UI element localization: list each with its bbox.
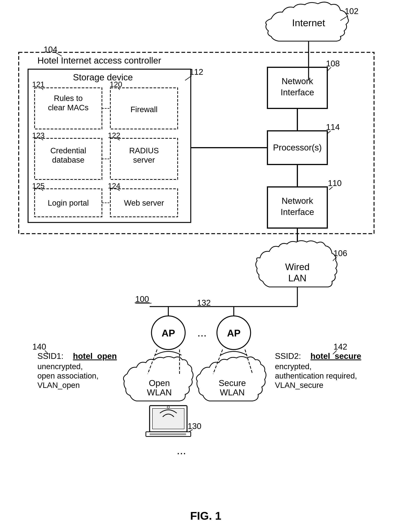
ssid1-desc1: unencrypted, [38, 362, 83, 371]
ref-112: 112 [190, 67, 203, 76]
ellipsis-clients: ... [177, 444, 186, 457]
svg-rect-38 [150, 433, 186, 435]
ssid1-desc3: VLAN_open [38, 381, 80, 390]
rules-clear-macs-line2: clear MACs [48, 103, 88, 112]
ap2-label: AP [227, 328, 240, 339]
secure-wlan-line2: WLAN [220, 388, 245, 397]
ref-132: 132 [197, 298, 211, 307]
ssid2-prefix: SSID2: [275, 352, 301, 361]
network-interface-top-line2: Interface [281, 87, 314, 97]
processors-label: Processor(s) [273, 143, 322, 152]
ref-120: 120 [110, 80, 122, 88]
ref-123: 123 [32, 131, 45, 139]
storage-device-label: Storage device [73, 72, 133, 82]
network-interface-top-line1: Network [282, 76, 313, 86]
open-wlan-line1: Open [149, 378, 170, 388]
radius-server-line2: server [133, 155, 155, 164]
network-interface-bottom-line1: Network [282, 196, 313, 206]
firewall-label: Firewall [131, 105, 158, 114]
ref-125: 125 [32, 182, 45, 190]
svg-rect-35 [153, 408, 184, 429]
ref-106: 106 [334, 249, 347, 258]
fig-caption: FIG. 1 [190, 510, 221, 522]
ref-124: 124 [108, 182, 120, 190]
ssid2-desc1: encrypted, [275, 362, 312, 371]
ref-108: 108 [326, 59, 340, 68]
diagram: Internet 102 Hotel Internet access contr… [0, 0, 412, 532]
ref-110: 110 [328, 179, 342, 188]
secure-wlan-line1: Secure [219, 378, 246, 388]
ssid1-value: hotel_open [73, 352, 117, 361]
ssid2-desc2: authentication required, [275, 371, 357, 380]
ref-140: 140 [32, 342, 46, 351]
ellipsis-aps: ... [197, 326, 207, 339]
ref-142: 142 [334, 342, 347, 351]
ssid2-desc3: VLAN_secure [275, 381, 323, 390]
ref-102: 102 [345, 7, 358, 16]
credential-db-line1: Credential [50, 146, 86, 155]
ref-100: 100 [135, 294, 149, 304]
wired-lan-line2: LAN [288, 273, 306, 283]
svg-rect-0 [0, 0, 412, 532]
ref-130: 130 [188, 421, 201, 431]
ap1-label: AP [162, 328, 175, 339]
internet-label: Internet [292, 17, 325, 28]
ref-122: 122 [108, 131, 120, 139]
rules-clear-macs-line1: Rules to [54, 94, 83, 103]
svg-point-36 [167, 406, 169, 408]
login-portal-label: Login portal [48, 199, 89, 207]
credential-db-line2: database [52, 155, 85, 164]
open-wlan-line2: WLAN [147, 388, 172, 397]
ref-121: 121 [32, 80, 45, 88]
ssid1-prefix: SSID1: [38, 352, 63, 361]
ref-114: 114 [326, 123, 340, 132]
network-interface-bottom-line2: Interface [281, 207, 314, 217]
radius-server-line1: RADIUS [129, 146, 159, 155]
ssid1-desc2: open association, [38, 371, 99, 380]
laptop [146, 406, 191, 437]
web-server-label: Web server [124, 199, 164, 207]
ssid2-value: hotel_secure [310, 352, 361, 361]
wired-lan-line1: Wired [285, 262, 310, 272]
hotel-controller-label: Hotel Internet access controller [38, 56, 161, 66]
